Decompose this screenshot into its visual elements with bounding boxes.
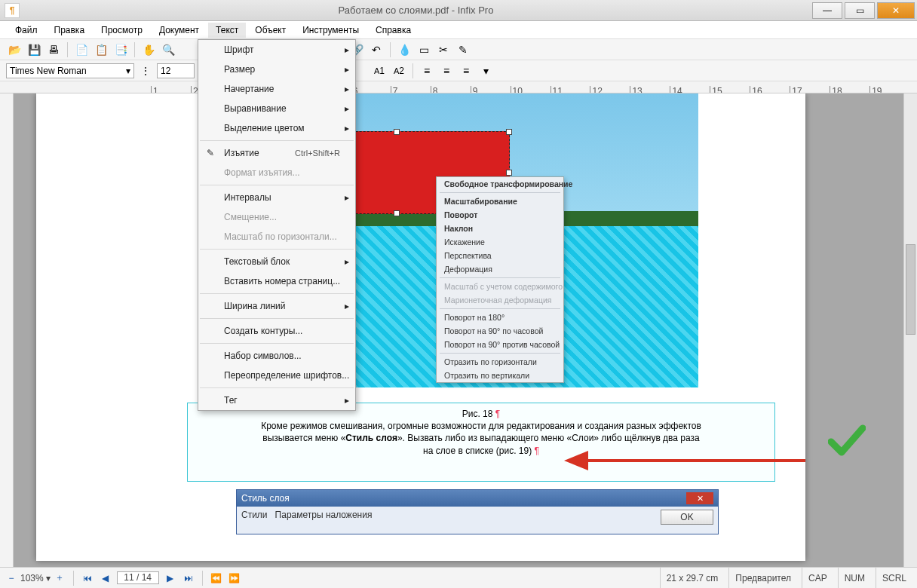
context-menu-item[interactable]: Свободное трансформирование (437, 177, 563, 191)
menu-item-label: Изъятие (224, 148, 259, 158)
close-button[interactable]: ✕ (877, 2, 915, 19)
align-right-icon[interactable]: ≡ (458, 63, 474, 79)
titlebar: ¶ Работаем со слоями.pdf - Infix Pro — ▭… (0, 0, 917, 21)
text-menu-item[interactable]: Вставить номера страниц... (198, 271, 355, 291)
menu-item-label: Переопределение шрифтов... (224, 370, 349, 381)
inner-ok-button[interactable]: OK (661, 510, 713, 525)
context-menu-item[interactable]: Поворот (437, 208, 563, 222)
context-menu-item[interactable]: Перспектива (437, 249, 563, 262)
text-menu-item[interactable]: Размер▸ (198, 60, 355, 79)
menu-view[interactable]: Просмотр (94, 23, 150, 38)
context-menu-item[interactable]: Поворот на 90° по часовой (437, 324, 563, 338)
text-menu-item[interactable]: Текстовый блок▸ (198, 252, 355, 271)
context-menu-item[interactable]: Искажение (437, 235, 563, 249)
open-icon[interactable]: 📂 (6, 41, 23, 58)
context-menu-item[interactable]: Поворот на 90° против часовой (437, 338, 563, 351)
text-menu-item[interactable]: Создать контуры... (198, 321, 355, 341)
menu-help[interactable]: Справка (368, 23, 419, 38)
context-menu-item[interactable]: Отразить по горизонтали (437, 355, 563, 369)
paragraph-line1: Кроме режимов смешивания, огромные возмо… (194, 420, 768, 432)
zoom-out-button[interactable]: − (5, 572, 18, 584)
text-menu-item[interactable]: ✎ИзъятиеCtrl+Shift+R (198, 143, 355, 163)
submenu-arrow-icon: ▸ (345, 84, 349, 94)
context-menu-item: Марионеточная деформация (437, 293, 563, 307)
menu-edit[interactable]: Правка (47, 23, 93, 38)
text-block[interactable]: Рис. 18 ¶ Кроме режимов смешивания, огро… (187, 403, 775, 482)
minimize-button[interactable]: — (812, 2, 842, 19)
paste-icon[interactable]: 📋 (93, 41, 109, 58)
zoom-level: 103% (20, 573, 44, 583)
select-icon[interactable]: ▭ (416, 41, 432, 58)
font-select[interactable]: Times New Roman▾ (6, 63, 134, 78)
edit-icon[interactable]: ✎ (455, 41, 471, 58)
text-menu-item[interactable]: Интервалы▸ (198, 188, 355, 207)
inner-group2: Параметры наложения (275, 510, 373, 525)
last-page-button[interactable]: ⏭ (182, 572, 195, 584)
maximize-button[interactable]: ▭ (845, 2, 875, 19)
text-menu-item[interactable]: Шрифт▸ (198, 40, 355, 60)
text-menu-item[interactable]: Выделение цветом▸ (198, 118, 355, 138)
context-menu-item[interactable]: Поворот на 180° (437, 311, 563, 324)
text-menu-item[interactable]: Набор символов... (198, 346, 355, 366)
text-menu-item[interactable]: Переопределение шрифтов... (198, 366, 355, 385)
context-menu-item[interactable]: Наклон (437, 222, 563, 235)
separator (73, 571, 74, 586)
crop-icon[interactable]: ✂ (435, 41, 452, 58)
align-center-icon[interactable]: ≡ (438, 63, 455, 79)
menu-item-label: Набор символов... (224, 351, 302, 361)
scrollbar-thumb[interactable] (906, 244, 915, 335)
submenu-arrow-icon: ▸ (345, 256, 349, 267)
text-dropdown: Шрифт▸Размер▸Начертание▸Выравнивание▸Выд… (198, 39, 356, 411)
text-menu-item[interactable]: Выравнивание▸ (198, 99, 355, 118)
context-menu-item[interactable]: Отразить по вертикали (437, 369, 563, 382)
copy-icon[interactable]: 📄 (73, 41, 90, 58)
inner-dialog-title: Стиль слоя ✕ (237, 490, 718, 507)
print-icon[interactable]: 🖶 (45, 41, 62, 58)
pilcrow-icon: ¶ (535, 446, 539, 456)
scrollbar-vertical[interactable] (903, 93, 917, 567)
paragraph-line2b: ». Вызвать либо из выпадающего меню «Сло… (397, 433, 700, 443)
subscript-icon[interactable]: A2 (391, 63, 407, 79)
text-menu-item[interactable]: Ширина линий▸ (198, 296, 355, 316)
cap-indicator: CAP (802, 568, 833, 588)
text-menu-item[interactable]: Начертание▸ (198, 79, 355, 99)
doc-icon[interactable]: 📑 (112, 41, 129, 58)
align-left-icon[interactable]: ≡ (419, 63, 435, 79)
menu-text[interactable]: Текст (208, 23, 246, 38)
superscript-icon[interactable]: A1 (371, 63, 388, 79)
paragraph-bold: Стиль слоя (345, 433, 397, 443)
toolbar-format: Times New Roman▾ ⋮ 12 A1 A2 ≡ ≡ ≡ ▾ (0, 60, 917, 81)
context-menu-item[interactable]: Деформация (437, 262, 563, 276)
submenu-arrow-icon: ▸ (345, 123, 349, 133)
chevron-down-icon[interactable]: ▾ (46, 573, 51, 583)
eyedrop-icon[interactable]: 💧 (396, 41, 412, 58)
nav-fwd-button[interactable]: ⏩ (228, 572, 241, 584)
separator (412, 63, 413, 78)
menu-tools[interactable]: Инструменты (295, 23, 366, 38)
first-page-button[interactable]: ⏮ (81, 572, 94, 584)
size-select[interactable]: 12 (157, 63, 195, 78)
text-menu-item[interactable]: Тег▸ (198, 390, 355, 410)
window-title: Работаем со слоями.pdf - Infix Pro (20, 5, 812, 16)
separator (202, 571, 203, 586)
undo-icon[interactable]: ↶ (368, 41, 385, 58)
hand-icon[interactable]: ✋ (140, 41, 157, 58)
prev-page-button[interactable]: ◀ (99, 572, 112, 584)
menu-file[interactable]: Файл (8, 23, 45, 38)
align-dropdown[interactable]: ▾ (477, 63, 494, 79)
zoom-icon[interactable]: 🔍 (160, 41, 176, 58)
context-menu-item[interactable]: Масштабирование (437, 194, 563, 208)
next-page-button[interactable]: ▶ (164, 572, 177, 584)
nav-back-button[interactable]: ⏪ (210, 572, 223, 584)
save-icon[interactable]: 💾 (26, 41, 42, 58)
figure-caption: Рис. 18 (462, 409, 493, 419)
inner-dialog: Стиль слоя ✕ Стили Параметры наложения O… (236, 489, 719, 534)
inner-close-button[interactable]: ✕ (686, 492, 713, 504)
menu-object[interactable]: Объект (247, 23, 293, 38)
chevron-down-icon: ▾ (126, 66, 130, 76)
page-indicator[interactable]: 11 / 14 (117, 571, 159, 584)
menu-document[interactable]: Документ (152, 23, 207, 38)
font-button[interactable]: ⋮ (137, 63, 154, 79)
zoom-in-button[interactable]: ＋ (53, 572, 66, 584)
page: Рис. 18 ¶ Кроме режимов смешивания, огро… (36, 93, 805, 561)
